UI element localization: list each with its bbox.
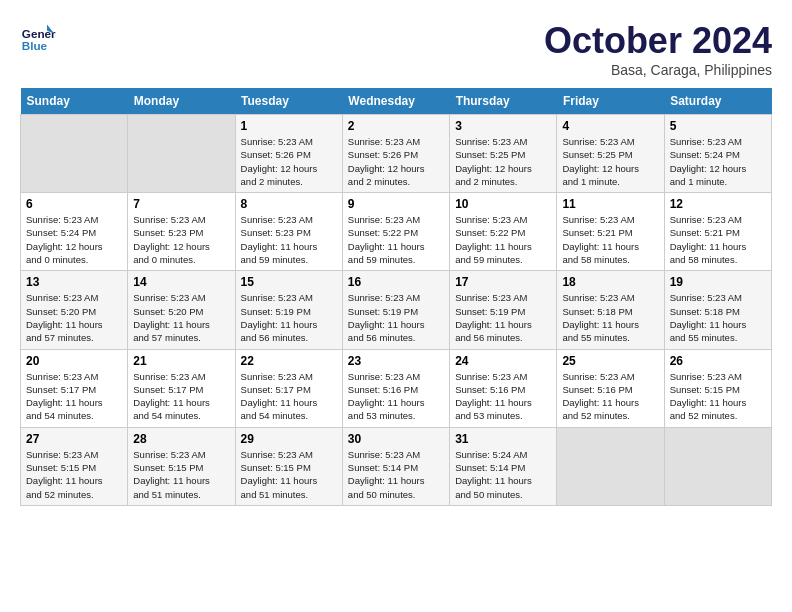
day-number: 29	[241, 432, 337, 446]
calendar-cell: 11Sunrise: 5:23 AM Sunset: 5:21 PM Dayli…	[557, 193, 664, 271]
day-number: 4	[562, 119, 658, 133]
week-row-5: 27Sunrise: 5:23 AM Sunset: 5:15 PM Dayli…	[21, 427, 772, 505]
calendar-cell: 4Sunrise: 5:23 AM Sunset: 5:25 PM Daylig…	[557, 115, 664, 193]
day-number: 21	[133, 354, 229, 368]
day-number: 27	[26, 432, 122, 446]
day-detail: Sunrise: 5:23 AM Sunset: 5:19 PM Dayligh…	[348, 291, 444, 344]
day-number: 14	[133, 275, 229, 289]
logo: General Blue	[20, 20, 56, 56]
calendar-cell: 5Sunrise: 5:23 AM Sunset: 5:24 PM Daylig…	[664, 115, 771, 193]
calendar-cell	[21, 115, 128, 193]
day-detail: Sunrise: 5:23 AM Sunset: 5:17 PM Dayligh…	[26, 370, 122, 423]
day-number: 24	[455, 354, 551, 368]
calendar-cell: 9Sunrise: 5:23 AM Sunset: 5:22 PM Daylig…	[342, 193, 449, 271]
day-number: 28	[133, 432, 229, 446]
calendar-cell: 22Sunrise: 5:23 AM Sunset: 5:17 PM Dayli…	[235, 349, 342, 427]
svg-text:Blue: Blue	[22, 39, 48, 52]
day-detail: Sunrise: 5:23 AM Sunset: 5:19 PM Dayligh…	[455, 291, 551, 344]
day-detail: Sunrise: 5:23 AM Sunset: 5:16 PM Dayligh…	[455, 370, 551, 423]
week-row-1: 1Sunrise: 5:23 AM Sunset: 5:26 PM Daylig…	[21, 115, 772, 193]
day-number: 9	[348, 197, 444, 211]
day-detail: Sunrise: 5:23 AM Sunset: 5:26 PM Dayligh…	[241, 135, 337, 188]
day-number: 8	[241, 197, 337, 211]
day-detail: Sunrise: 5:23 AM Sunset: 5:25 PM Dayligh…	[455, 135, 551, 188]
day-detail: Sunrise: 5:23 AM Sunset: 5:23 PM Dayligh…	[241, 213, 337, 266]
day-number: 16	[348, 275, 444, 289]
day-number: 10	[455, 197, 551, 211]
day-detail: Sunrise: 5:23 AM Sunset: 5:21 PM Dayligh…	[562, 213, 658, 266]
calendar-cell: 17Sunrise: 5:23 AM Sunset: 5:19 PM Dayli…	[450, 271, 557, 349]
calendar-cell: 31Sunrise: 5:24 AM Sunset: 5:14 PM Dayli…	[450, 427, 557, 505]
day-detail: Sunrise: 5:23 AM Sunset: 5:20 PM Dayligh…	[133, 291, 229, 344]
day-detail: Sunrise: 5:23 AM Sunset: 5:24 PM Dayligh…	[670, 135, 766, 188]
weekday-header-wednesday: Wednesday	[342, 88, 449, 115]
calendar-cell: 23Sunrise: 5:23 AM Sunset: 5:16 PM Dayli…	[342, 349, 449, 427]
calendar-cell: 25Sunrise: 5:23 AM Sunset: 5:16 PM Dayli…	[557, 349, 664, 427]
calendar-cell: 1Sunrise: 5:23 AM Sunset: 5:26 PM Daylig…	[235, 115, 342, 193]
calendar-cell: 15Sunrise: 5:23 AM Sunset: 5:19 PM Dayli…	[235, 271, 342, 349]
calendar-cell: 27Sunrise: 5:23 AM Sunset: 5:15 PM Dayli…	[21, 427, 128, 505]
week-row-2: 6Sunrise: 5:23 AM Sunset: 5:24 PM Daylig…	[21, 193, 772, 271]
location-subtitle: Basa, Caraga, Philippines	[544, 62, 772, 78]
day-detail: Sunrise: 5:23 AM Sunset: 5:26 PM Dayligh…	[348, 135, 444, 188]
calendar-cell: 14Sunrise: 5:23 AM Sunset: 5:20 PM Dayli…	[128, 271, 235, 349]
day-number: 2	[348, 119, 444, 133]
calendar-cell: 21Sunrise: 5:23 AM Sunset: 5:17 PM Dayli…	[128, 349, 235, 427]
logo-icon: General Blue	[20, 20, 56, 56]
day-detail: Sunrise: 5:23 AM Sunset: 5:22 PM Dayligh…	[455, 213, 551, 266]
day-number: 18	[562, 275, 658, 289]
day-number: 20	[26, 354, 122, 368]
calendar-cell: 8Sunrise: 5:23 AM Sunset: 5:23 PM Daylig…	[235, 193, 342, 271]
calendar-cell: 12Sunrise: 5:23 AM Sunset: 5:21 PM Dayli…	[664, 193, 771, 271]
day-number: 11	[562, 197, 658, 211]
day-detail: Sunrise: 5:23 AM Sunset: 5:21 PM Dayligh…	[670, 213, 766, 266]
day-number: 22	[241, 354, 337, 368]
day-number: 23	[348, 354, 444, 368]
day-detail: Sunrise: 5:23 AM Sunset: 5:18 PM Dayligh…	[670, 291, 766, 344]
day-detail: Sunrise: 5:24 AM Sunset: 5:14 PM Dayligh…	[455, 448, 551, 501]
day-number: 13	[26, 275, 122, 289]
day-detail: Sunrise: 5:23 AM Sunset: 5:14 PM Dayligh…	[348, 448, 444, 501]
day-detail: Sunrise: 5:23 AM Sunset: 5:15 PM Dayligh…	[133, 448, 229, 501]
calendar-cell: 16Sunrise: 5:23 AM Sunset: 5:19 PM Dayli…	[342, 271, 449, 349]
header: General Blue October 2024 Basa, Caraga, …	[20, 20, 772, 78]
month-title: October 2024	[544, 20, 772, 62]
day-detail: Sunrise: 5:23 AM Sunset: 5:15 PM Dayligh…	[26, 448, 122, 501]
day-detail: Sunrise: 5:23 AM Sunset: 5:25 PM Dayligh…	[562, 135, 658, 188]
day-number: 30	[348, 432, 444, 446]
day-detail: Sunrise: 5:23 AM Sunset: 5:16 PM Dayligh…	[562, 370, 658, 423]
day-number: 26	[670, 354, 766, 368]
title-area: October 2024 Basa, Caraga, Philippines	[544, 20, 772, 78]
day-detail: Sunrise: 5:23 AM Sunset: 5:15 PM Dayligh…	[670, 370, 766, 423]
week-row-4: 20Sunrise: 5:23 AM Sunset: 5:17 PM Dayli…	[21, 349, 772, 427]
day-number: 17	[455, 275, 551, 289]
calendar-cell: 13Sunrise: 5:23 AM Sunset: 5:20 PM Dayli…	[21, 271, 128, 349]
calendar-cell	[128, 115, 235, 193]
calendar-table: SundayMondayTuesdayWednesdayThursdayFrid…	[20, 88, 772, 506]
calendar-cell: 7Sunrise: 5:23 AM Sunset: 5:23 PM Daylig…	[128, 193, 235, 271]
weekday-header-sunday: Sunday	[21, 88, 128, 115]
day-detail: Sunrise: 5:23 AM Sunset: 5:23 PM Dayligh…	[133, 213, 229, 266]
calendar-cell: 18Sunrise: 5:23 AM Sunset: 5:18 PM Dayli…	[557, 271, 664, 349]
calendar-cell: 20Sunrise: 5:23 AM Sunset: 5:17 PM Dayli…	[21, 349, 128, 427]
day-detail: Sunrise: 5:23 AM Sunset: 5:24 PM Dayligh…	[26, 213, 122, 266]
calendar-cell	[557, 427, 664, 505]
weekday-header-friday: Friday	[557, 88, 664, 115]
day-detail: Sunrise: 5:23 AM Sunset: 5:17 PM Dayligh…	[241, 370, 337, 423]
day-detail: Sunrise: 5:23 AM Sunset: 5:19 PM Dayligh…	[241, 291, 337, 344]
calendar-cell: 28Sunrise: 5:23 AM Sunset: 5:15 PM Dayli…	[128, 427, 235, 505]
day-number: 25	[562, 354, 658, 368]
calendar-cell: 30Sunrise: 5:23 AM Sunset: 5:14 PM Dayli…	[342, 427, 449, 505]
day-detail: Sunrise: 5:23 AM Sunset: 5:16 PM Dayligh…	[348, 370, 444, 423]
day-number: 5	[670, 119, 766, 133]
calendar-cell: 10Sunrise: 5:23 AM Sunset: 5:22 PM Dayli…	[450, 193, 557, 271]
day-number: 15	[241, 275, 337, 289]
day-number: 31	[455, 432, 551, 446]
calendar-cell: 24Sunrise: 5:23 AM Sunset: 5:16 PM Dayli…	[450, 349, 557, 427]
weekday-header-row: SundayMondayTuesdayWednesdayThursdayFrid…	[21, 88, 772, 115]
day-detail: Sunrise: 5:23 AM Sunset: 5:22 PM Dayligh…	[348, 213, 444, 266]
calendar-cell	[664, 427, 771, 505]
day-number: 19	[670, 275, 766, 289]
day-detail: Sunrise: 5:23 AM Sunset: 5:18 PM Dayligh…	[562, 291, 658, 344]
day-number: 1	[241, 119, 337, 133]
